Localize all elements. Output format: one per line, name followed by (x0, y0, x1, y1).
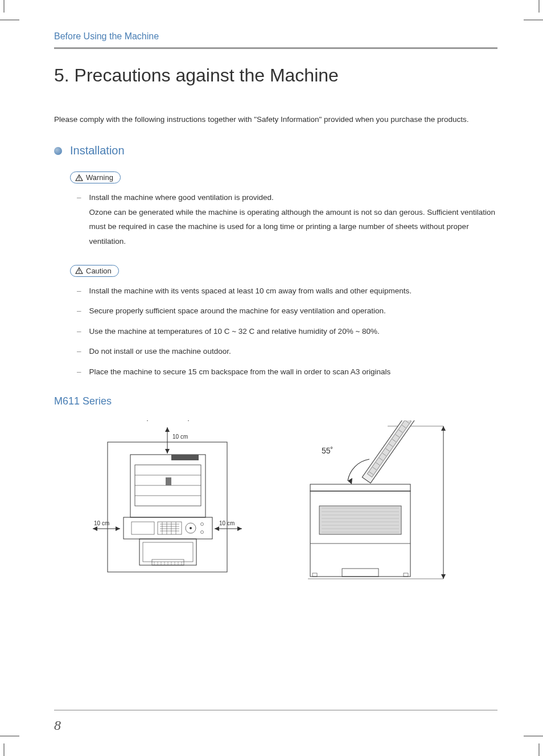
clearance-diagram: 10 cm (86, 420, 245, 580)
caution-badge: Caution (70, 265, 119, 277)
crop-mark (524, 19, 543, 21)
list-item: – Place the machine to secure 15 cm back… (77, 365, 497, 379)
diagram-row: 10 cm (86, 420, 497, 586)
svg-marker-6 (165, 427, 170, 432)
footer-rule (54, 710, 497, 710)
diagram-left-label: 10 cm (94, 520, 109, 526)
crop-mark (538, 0, 540, 13)
title-text: Precautions against the Machine (75, 65, 339, 85)
warning-triangle-icon (75, 267, 83, 274)
svg-rect-30 (139, 539, 196, 565)
warning-badge: Warning (70, 171, 121, 183)
svg-marker-51 (441, 426, 446, 431)
svg-marker-48 (215, 526, 219, 531)
crop-mark (3, 0, 5, 13)
svg-rect-14 (166, 477, 171, 485)
crop-mark (524, 735, 543, 737)
diagram-top-label: 10 cm (172, 434, 188, 440)
dash-icon: – (77, 304, 81, 318)
list-item: – Secure properly sufficient space aroun… (77, 304, 497, 318)
svg-rect-4 (108, 442, 227, 572)
list-item: – Install the machine with its vents spa… (77, 284, 497, 299)
diagram-right-label: 10 cm (219, 520, 235, 526)
warning-label: Warning (86, 173, 113, 182)
list-item-text: Do not install or use the machine outdoo… (89, 344, 231, 359)
svg-rect-72 (319, 506, 401, 534)
svg-rect-82 (342, 569, 379, 577)
page-title: 5. Precautions against the Machine (54, 65, 497, 86)
svg-marker-46 (116, 526, 120, 531)
crop-mark (0, 735, 19, 737)
sub-heading: M611 Series (54, 395, 497, 407)
section-heading: Installation (54, 144, 497, 157)
header-section-title: Before Using the Machine (54, 31, 497, 49)
caution-list: – Install the machine with its vents spa… (77, 284, 497, 379)
svg-point-27 (190, 527, 192, 529)
svg-marker-7 (165, 449, 170, 453)
list-item: – Use the machine at temperatures of 10 … (77, 324, 497, 339)
svg-rect-57 (367, 420, 411, 477)
caution-label: Caution (86, 267, 112, 275)
svg-rect-17 (158, 522, 182, 534)
svg-rect-16 (131, 522, 154, 534)
svg-point-3 (79, 272, 80, 273)
crop-mark (3, 743, 5, 756)
svg-point-29 (201, 530, 204, 533)
diagram-angle-label: 55˚ (322, 446, 333, 455)
list-item: – Do not install or use the machine outd… (77, 344, 497, 359)
svg-point-28 (201, 522, 204, 525)
lid-angle-diagram: 55˚ (285, 420, 456, 586)
svg-rect-83 (312, 573, 317, 577)
dash-icon: – (77, 190, 81, 249)
svg-point-43 (188, 420, 189, 421)
dash-icon: – (77, 365, 81, 379)
warning-list: – Install the machine where good ventila… (77, 190, 497, 249)
svg-rect-10 (171, 455, 199, 460)
dash-icon: – (77, 344, 81, 359)
crop-mark (0, 19, 19, 21)
crop-mark (538, 743, 540, 756)
list-item-text: Use the machine at temperatures of 10 C … (89, 324, 380, 339)
svg-marker-49 (237, 526, 242, 531)
svg-marker-45 (93, 526, 97, 531)
svg-rect-84 (404, 573, 408, 577)
list-item-text: Place the machine to secure 15 cm backsp… (89, 365, 391, 379)
svg-point-1 (79, 179, 80, 180)
section-heading-text: Installation (70, 144, 125, 157)
list-item: – Install the machine where good ventila… (77, 190, 497, 249)
list-item-text: Install the machine where good ventilati… (89, 190, 497, 249)
page-number: 8 (54, 718, 61, 733)
intro-paragraph: Please comply with the following instruc… (54, 112, 497, 127)
list-item-text: Install the machine with its vents space… (89, 284, 412, 299)
section-number: 5. (54, 65, 69, 85)
dash-icon: – (77, 324, 81, 339)
svg-point-42 (147, 420, 148, 421)
svg-rect-31 (143, 542, 193, 562)
svg-rect-15 (124, 517, 212, 539)
svg-rect-70 (310, 484, 410, 491)
svg-marker-52 (441, 574, 446, 579)
bullet-icon (54, 147, 62, 155)
svg-rect-8 (130, 455, 205, 517)
dash-icon: – (77, 284, 81, 299)
warning-triangle-icon (75, 174, 83, 181)
list-item-text: Secure properly sufficient space around … (89, 304, 386, 318)
